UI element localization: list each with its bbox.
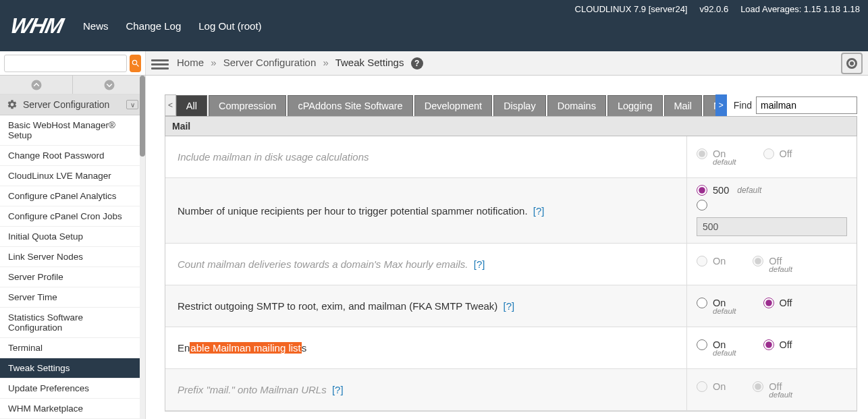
tab-scroll-left[interactable]: <: [165, 94, 176, 116]
setting-controls: 500default: [686, 178, 857, 243]
chevron-down-icon: [103, 79, 115, 91]
main-content: < All Compression cPAddons Site Software…: [146, 76, 868, 419]
sidebar-item-cloudlinux[interactable]: CloudLinux LVE Manager: [0, 166, 145, 186]
find-area: Find: [734, 96, 857, 114]
radio-custom-value[interactable]: [697, 200, 847, 211]
sidebar-item-statistics[interactable]: Statistics Software Configuration: [0, 308, 145, 338]
nav-changelog[interactable]: Change Log: [126, 20, 181, 32]
setting-row: Restrict outgoing SMTP to root, exim, an…: [165, 285, 857, 327]
search-highlight: able Mailman mailing list: [190, 342, 301, 354]
breadcrumb-bar: Home » Server Configuration » Tweak Sett…: [146, 51, 868, 75]
section-heading-mail: Mail: [165, 116, 857, 136]
custom-value-input[interactable]: [697, 217, 847, 236]
setting-label: Number of unique recipients per hour to …: [165, 178, 686, 243]
collapse-controls: [0, 76, 145, 94]
find-input[interactable]: [756, 96, 857, 114]
setting-controls: On default Off: [686, 327, 857, 368]
breadcrumb-section[interactable]: Server Configuration: [223, 57, 317, 68]
help-link[interactable]: [?]: [332, 384, 344, 395]
collapse-all-button[interactable]: [0, 76, 73, 94]
setting-label: Count mailman deliveries towards a domai…: [165, 244, 686, 285]
setting-controls: On default Off: [686, 285, 857, 327]
tab-cpaddons[interactable]: cPAddons Site Software: [288, 95, 412, 116]
help-link[interactable]: [?]: [533, 205, 545, 217]
sidebar-search: [0, 51, 146, 75]
nav-news[interactable]: News: [83, 20, 109, 32]
sidebar-item-change-root-password[interactable]: Change Root Password: [0, 146, 145, 166]
sidebar-item-terminal[interactable]: Terminal: [0, 338, 145, 358]
menu-toggle-icon[interactable]: [151, 55, 169, 72]
top-bar: CLOUDLINUX 7.9 [server24] v92.0.6 Load A…: [0, 0, 868, 51]
tab-scroll-right[interactable]: >: [715, 94, 727, 116]
breadcrumb-current: Tweak Settings: [335, 57, 404, 68]
search-button[interactable]: [130, 55, 141, 72]
help-icon[interactable]: ?: [411, 57, 423, 69]
svg-point-1: [104, 80, 114, 90]
setting-row: Count mailman deliveries towards a domai…: [165, 244, 857, 285]
radio-off[interactable]: Off: [763, 148, 792, 159]
setting-controls: On Off default: [686, 244, 857, 285]
nav-logout[interactable]: Log Out (root): [198, 20, 261, 32]
chevron-down-icon: ∨: [126, 100, 138, 109]
sidebar-item-basic-setup[interactable]: Basic WebHost Manager® Setup: [0, 115, 145, 146]
breadcrumb-sep: »: [323, 57, 328, 68]
sidebar-section-server-config[interactable]: Server Configuration ∨: [0, 94, 145, 115]
help-link[interactable]: [?]: [504, 300, 515, 312]
breadcrumb-sep: »: [211, 57, 216, 68]
setting-row: Enable Mailman mailing lists On default …: [165, 327, 857, 369]
top-nav: News Change Log Log Out (root): [83, 20, 262, 32]
search-icon: [131, 59, 140, 68]
setting-row: Include mailman in disk usage calculatio…: [165, 136, 857, 178]
sidebar-section-label: Server Configuration: [23, 99, 109, 110]
sidebar-item-update-prefs[interactable]: Update Preferences: [0, 379, 145, 399]
sidebar-item-tweak-settings[interactable]: Tweak Settings: [0, 358, 145, 379]
default-label: default: [769, 265, 792, 273]
focus-button[interactable]: [841, 53, 863, 74]
os-info: CLOUDLINUX 7.9 [server24]: [575, 4, 688, 14]
setting-label: Prefix "mail." onto Mailman URLs [?]: [165, 369, 686, 410]
chevron-up-icon: [30, 79, 43, 91]
tab-bar: < All Compression cPAddons Site Software…: [165, 94, 857, 116]
sidebar: Server Configuration ∨ Basic WebHost Man…: [0, 76, 146, 419]
setting-row: Prefix "mail." onto Mailman URLs [?] On …: [165, 369, 857, 411]
sidebar-item-marketplace[interactable]: WHM Marketplace: [0, 399, 145, 419]
sidebar-scrollbar[interactable]: [140, 76, 145, 419]
sidebar-item-link-nodes[interactable]: Link Server Nodes: [0, 247, 145, 267]
secondary-bar: Home » Server Configuration » Tweak Sett…: [0, 51, 868, 76]
setting-controls: On Off default: [686, 369, 857, 410]
tab-all[interactable]: All: [176, 95, 207, 116]
tab-domains[interactable]: Domains: [547, 95, 606, 116]
breadcrumb-home[interactable]: Home: [177, 57, 204, 68]
setting-controls: On default Off: [686, 136, 857, 177]
default-label: default: [713, 158, 736, 166]
load-info: Load Averages: 1.15 1.18 1.18: [740, 4, 860, 14]
radio-on[interactable]: On: [697, 381, 726, 392]
expand-all-button[interactable]: [73, 76, 145, 94]
target-icon: [846, 58, 857, 69]
sidebar-item-quota[interactable]: Initial Quota Setup: [0, 227, 145, 247]
settings-list: Include mailman in disk usage calculatio…: [165, 136, 857, 412]
radio-off[interactable]: Off: [763, 339, 792, 350]
default-label: default: [713, 349, 736, 357]
radio-default-value[interactable]: 500default: [697, 185, 847, 196]
version-info: v92.0.6: [699, 4, 728, 14]
help-link[interactable]: [?]: [474, 258, 485, 270]
svg-point-0: [31, 80, 41, 90]
whm-logo: WHM: [8, 13, 65, 38]
tab-mail[interactable]: Mail: [664, 95, 703, 116]
sidebar-item-analytics[interactable]: Configure cPanel Analytics: [0, 186, 145, 206]
tab-compression[interactable]: Compression: [209, 95, 286, 116]
tab-notifications[interactable]: Notifica: [703, 95, 715, 116]
tab-development[interactable]: Development: [414, 95, 492, 116]
tab-display[interactable]: Display: [493, 95, 546, 116]
system-info: CLOUDLINUX 7.9 [server24] v92.0.6 Load A…: [575, 4, 860, 14]
tab-logging[interactable]: Logging: [607, 95, 663, 116]
sidebar-search-input[interactable]: [4, 55, 127, 72]
setting-label: Restrict outgoing SMTP to root, exim, an…: [165, 285, 686, 327]
sidebar-item-server-profile[interactable]: Server Profile: [0, 267, 145, 287]
sidebar-item-cron[interactable]: Configure cPanel Cron Jobs: [0, 206, 145, 227]
radio-off[interactable]: Off: [763, 298, 792, 308]
sidebar-item-server-time[interactable]: Server Time: [0, 287, 145, 308]
setting-label: Enable Mailman mailing lists: [165, 327, 686, 368]
radio-on[interactable]: On: [697, 256, 726, 267]
